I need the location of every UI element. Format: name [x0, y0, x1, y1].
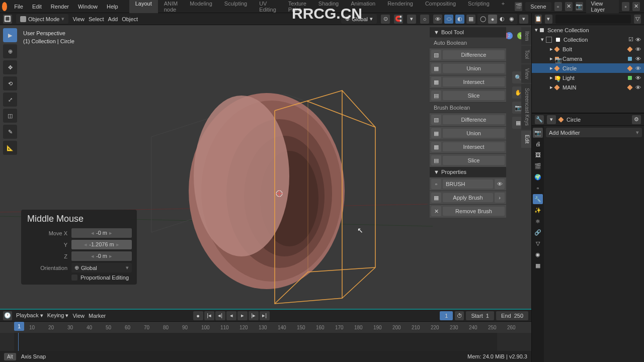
move-x-field[interactable]: -0 m	[71, 228, 132, 238]
viewlayer-selector[interactable]: View Layer	[586, 0, 619, 14]
proptab-constraints-icon[interactable]: 🔗	[533, 227, 543, 237]
timeline-ruler[interactable]: 1 10203040506070809010011012013014015016…	[0, 322, 531, 333]
gizmo-z-neg-icon[interactable]	[506, 32, 513, 39]
timeline-editor-icon[interactable]: 🕐	[3, 311, 12, 320]
vp-menu-select[interactable]: Select	[89, 16, 104, 22]
proptab-object-icon[interactable]: ▫	[533, 183, 543, 193]
collection-eye-icon[interactable]: 👁	[635, 37, 641, 43]
add-modifier-dropdown[interactable]: Add Modifier▾	[546, 128, 642, 137]
brush-slice-icon[interactable]: ▤	[431, 155, 441, 165]
gizmo-toggle-icon[interactable]: ⬭	[444, 15, 453, 24]
light-eye-icon[interactable]: 👁	[635, 75, 641, 81]
scene-new-icon[interactable]: ▫	[554, 2, 562, 11]
tl-marker[interactable]: Marker	[89, 313, 106, 319]
apply-brush-arrow-icon[interactable]: ›	[495, 193, 505, 203]
vp-menu-add[interactable]: Add	[108, 16, 118, 22]
brush-union-button[interactable]: Union	[443, 129, 505, 138]
remove-brush-icon[interactable]: ✕	[431, 206, 441, 216]
menu-window[interactable]: Window	[74, 1, 102, 12]
ntab-tool[interactable]: Tool	[521, 46, 531, 63]
editor-type-icon[interactable]: 🔳	[3, 15, 12, 24]
play-reverse-icon[interactable]: ◂	[226, 311, 236, 320]
pivot-icon[interactable]: ⊙	[381, 15, 390, 24]
brush-intersect-icon[interactable]: ▩	[431, 142, 441, 152]
outliner-scene-collection[interactable]: ▾Scene Collection	[532, 25, 644, 35]
menu-edit[interactable]: Edit	[28, 1, 46, 12]
bolt-eye-icon[interactable]: 👁	[635, 46, 641, 52]
orientation-dropdown[interactable]: ⊕ Global▾	[71, 263, 132, 273]
proptab-material-icon[interactable]: ◉	[533, 249, 543, 259]
proportional-checkbox[interactable]	[71, 275, 77, 281]
outliner-item-camera[interactable]: ▸📷Camera👁	[532, 54, 644, 63]
autokey-icon[interactable]: ●	[193, 311, 203, 320]
tool-annotate[interactable]: ✎	[3, 125, 17, 139]
outliner-display-icon[interactable]: ▾	[545, 15, 552, 24]
brush-slice-button[interactable]: Slice	[443, 156, 505, 165]
scene-selector[interactable]: Scene	[525, 2, 551, 11]
brush-visibility-icon[interactable]: 👁	[495, 179, 505, 189]
xray-icon[interactable]: ▦	[466, 15, 475, 24]
orientation-selector[interactable]: ⊕ Global ▾	[341, 14, 377, 24]
shading-options-icon[interactable]: ▾	[519, 15, 528, 24]
brush-difference-button[interactable]: Difference	[443, 115, 505, 124]
shading-solid-icon[interactable]: ●	[488, 15, 497, 24]
proportional-editing-icon[interactable]: ○	[420, 15, 429, 24]
snap-icon[interactable]: 🧲	[394, 15, 403, 24]
tl-playback[interactable]: Playback ▾	[16, 312, 43, 319]
shading-wireframe-icon[interactable]: ◯	[478, 15, 488, 24]
brush-obj-icon[interactable]: ▫	[431, 179, 441, 189]
outliner-filter-icon[interactable]: ▽	[634, 15, 641, 24]
brush-name-field[interactable]: BRUSH	[443, 179, 493, 189]
move-y-field[interactable]: -1.2076 m	[71, 240, 132, 249]
viewlayer-delete-icon[interactable]: ✕	[632, 2, 640, 11]
outliner-editor-icon[interactable]: 📋	[535, 15, 542, 24]
auto-difference-button[interactable]: Difference	[443, 50, 505, 59]
auto-union-icon[interactable]: ▦	[431, 63, 441, 73]
menu-file[interactable]: File	[10, 1, 27, 12]
circle-eye-icon[interactable]: 👁	[635, 65, 641, 71]
tool-scale[interactable]: ⤢	[3, 93, 17, 107]
jump-end-icon[interactable]: ▸|	[260, 311, 270, 320]
keyframe-next-icon[interactable]: |▸	[249, 311, 259, 320]
camera-eye-icon[interactable]: 👁	[635, 56, 641, 62]
proptab-world-icon[interactable]: 🌍	[533, 172, 543, 182]
properties-header[interactable]: ▼ Properties	[430, 167, 506, 177]
tool-select-box[interactable]: ▶	[3, 28, 17, 42]
outliner-search-input[interactable]	[555, 15, 631, 24]
shading-material-icon[interactable]: ◐	[498, 15, 507, 24]
outliner-item-bolt[interactable]: ▸Bolt👁	[532, 44, 644, 54]
tool-rotate[interactable]: ⟲	[3, 76, 17, 90]
auto-union-button[interactable]: Union	[443, 64, 505, 73]
tool-transform[interactable]: ◫	[3, 109, 17, 123]
auto-intersect-button[interactable]: Intersect	[443, 77, 505, 86]
props-editor-icon[interactable]: 🔧	[535, 115, 544, 124]
play-icon[interactable]: ▸	[237, 311, 248, 320]
ntab-item[interactable]: Item	[521, 27, 531, 45]
apply-brush-icon[interactable]: ▦	[431, 193, 441, 203]
current-frame-field[interactable]: 1	[440, 311, 453, 320]
proptab-scene-icon[interactable]: 🎬	[533, 161, 543, 171]
vp-menu-view[interactable]: View	[72, 16, 85, 22]
shading-rendered-icon[interactable]: ◉	[507, 15, 516, 24]
object-mode-selector[interactable]: Object Mode▾	[16, 14, 68, 24]
move-z-field[interactable]: -0 m	[71, 251, 132, 261]
auto-slice-button[interactable]: Slice	[443, 91, 505, 100]
proptab-viewlayer-icon[interactable]: 🖼	[533, 150, 543, 160]
tl-view[interactable]: View	[72, 313, 85, 319]
ntab-screencast[interactable]: Screencast Keys	[521, 84, 531, 130]
proptab-physics-icon[interactable]: ⚛	[533, 216, 543, 226]
end-frame-field[interactable]: End 250	[496, 311, 528, 320]
playhead[interactable]: 1	[14, 322, 24, 331]
outliner-collection[interactable]: ▾Collection☑👁	[532, 35, 644, 44]
outliner-item-main[interactable]: ▸MAIN👁	[532, 82, 644, 92]
props-options-icon[interactable]: ⚙	[632, 115, 641, 124]
overlays-toggle-icon[interactable]: ◐	[455, 15, 464, 24]
snap-element-icon[interactable]: ▾	[407, 15, 416, 24]
proptab-mesh-icon[interactable]: ▽	[533, 238, 543, 248]
brush-union-icon[interactable]: ▦	[431, 128, 441, 138]
scene-delete-icon[interactable]: ✕	[565, 2, 573, 11]
menu-render[interactable]: Render	[47, 1, 73, 12]
brush-intersect-button[interactable]: Intersect	[443, 142, 505, 151]
proptab-particles-icon[interactable]: ✨	[533, 205, 543, 215]
menu-help[interactable]: Help	[103, 1, 122, 12]
